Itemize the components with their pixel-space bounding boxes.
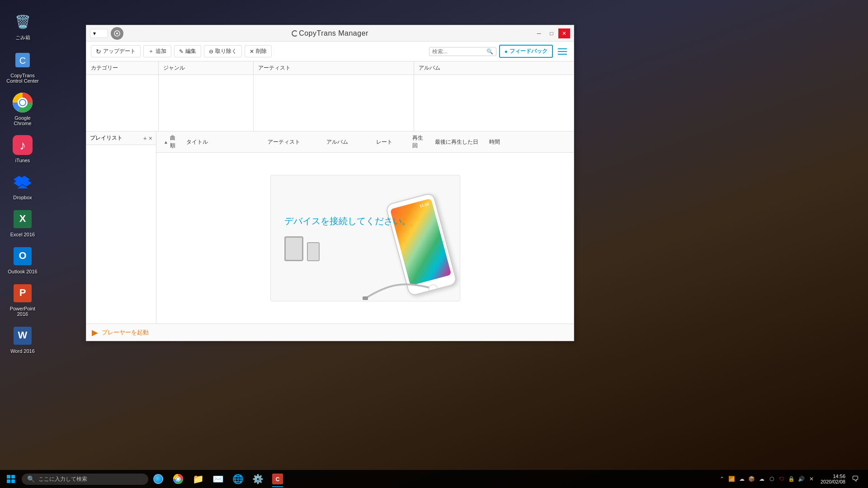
device-icons-row — [284, 236, 320, 261]
desktop-icons-panel: 🗑️ ごみ箱 C CopyTrans Control Center — [5, 9, 41, 356]
tray-volume-icon[interactable]: 🔊 — [797, 474, 806, 483]
powerpoint-icon: P — [12, 282, 33, 304]
minimize-button[interactable]: ─ — [533, 28, 545, 38]
genre-header: ジャンル — [159, 61, 253, 75]
notification-button[interactable]: 🗨 — [848, 472, 863, 486]
artist-header: アーティスト — [254, 61, 414, 75]
excel-icon: X — [12, 208, 33, 230]
feedback-button[interactable]: ● フィードバック — [499, 45, 553, 58]
chrome-label: Google Chrome — [6, 115, 39, 126]
powerpoint-label: PowerPoint 2016 — [6, 306, 39, 317]
edit-label: 編集 — [185, 47, 196, 55]
dropbox-icon — [12, 171, 33, 193]
clock-date: 2020/02/08 — [821, 479, 845, 484]
taskbar-app-mail[interactable]: ✉️ — [208, 470, 228, 488]
desktop-icon-powerpoint[interactable]: P PowerPoint 2016 — [5, 281, 41, 319]
taskbar-search-box[interactable]: 🔍 ここに入力して検索 — [22, 474, 148, 485]
edit-button[interactable]: ✎ 編集 — [174, 45, 201, 57]
search-icon: 🔍 — [486, 48, 493, 55]
desktop-icon-dropbox[interactable]: Dropbox — [5, 169, 41, 202]
album-col-header: アルバム — [323, 138, 373, 146]
connect-message: デバイスを接続してください。 — [284, 215, 411, 227]
menu-line1 — [558, 48, 567, 49]
tray-vpn-icon[interactable]: 🔒 — [787, 474, 796, 483]
title-col-header: タイトル — [183, 138, 264, 146]
desktop-icon-chrome[interactable]: Google Chrome — [5, 90, 41, 128]
browser-pane: カテゴリー ジャンル アーティスト アルバム — [86, 61, 574, 131]
playlist-actions: + × — [143, 135, 152, 141]
trash-label: ごみ箱 — [15, 34, 30, 41]
player-bar: ▶ プレーヤーを起動 — [86, 324, 574, 341]
copytrans-icon: C — [12, 49, 33, 71]
tray-cloud2-icon[interactable]: ☁ — [757, 474, 766, 483]
tray-clock[interactable]: 14:56 2020/02/08 — [819, 474, 847, 484]
window-controls: ─ □ ✕ — [533, 28, 570, 38]
collapse-icon: ▲ — [164, 140, 168, 145]
taskbar-tray: ⌃ 📶 ☁ 📦 ☁ ⬡ 🛡 🔒 🔊 ✕ 14:56 2020/02/08 🗨 — [717, 472, 866, 486]
taskbar-app-copytrans[interactable]: C — [268, 470, 288, 488]
mail-taskbar-icon: ✉️ — [212, 474, 224, 484]
remove-button[interactable]: ⊖ 取り除く — [204, 45, 242, 57]
last-played-col-label: 最後に再生した日 — [435, 138, 478, 146]
tray-antivirus-icon[interactable]: 🛡 — [777, 474, 786, 483]
copytrans-label: CopyTrans Control Center — [6, 73, 39, 84]
playlist-remove-button[interactable]: × — [149, 135, 152, 141]
cortana-icon — [153, 474, 163, 484]
desktop-icon-outlook[interactable]: O Outlook 2016 — [5, 244, 41, 276]
tray-network-icon[interactable]: 📶 — [727, 474, 736, 483]
desktop-icon-copytrans[interactable]: C CopyTrans Control Center — [5, 47, 41, 85]
maximize-button[interactable]: □ — [546, 28, 557, 38]
update-button[interactable]: ↻ アップデート — [91, 45, 141, 57]
device-dropdown[interactable]: ▾ — [90, 29, 108, 38]
playlist-panel: プレイリスト + × — [86, 131, 156, 324]
tray-arrow-icon[interactable]: ⌃ — [717, 474, 726, 483]
taskbar-app-settings[interactable]: ⚙️ — [248, 470, 268, 488]
dropbox-label: Dropbox — [13, 195, 32, 200]
word-label: Word 2016 — [10, 348, 35, 354]
cortana-button[interactable] — [150, 471, 166, 487]
search-box[interactable]: 🔍 — [429, 47, 496, 56]
settings-taskbar-icon: ⚙️ — [252, 474, 264, 484]
player-launch-label[interactable]: プレーヤーを起動 — [102, 328, 149, 337]
menu-button[interactable] — [556, 45, 569, 58]
outlook-label: Outlook 2016 — [8, 269, 37, 274]
pencil-icon: ✎ — [179, 48, 184, 55]
taskbar-app-explorer[interactable]: 📁 — [188, 470, 208, 488]
desktop-icon-itunes[interactable]: ♪ iTunes — [5, 132, 41, 165]
toolbar: ↻ アップデート ＋ 追加 ✎ 編集 ⊖ 取り除く ✕ 削除 🔍 — [86, 42, 574, 61]
close-button[interactable]: ✕ — [558, 28, 570, 38]
start-button[interactable] — [2, 470, 20, 488]
tray-close-icon[interactable]: ✕ — [807, 474, 816, 483]
tray-bluetooth-icon[interactable]: ⬡ — [767, 474, 776, 483]
tablet-icon — [284, 236, 303, 261]
add-button[interactable]: ＋ 追加 — [143, 45, 171, 57]
taskbar-search-icon: 🔍 — [27, 475, 35, 483]
itunes-label: iTunes — [15, 158, 30, 163]
svg-text:C: C — [276, 476, 280, 483]
svg-text:C: C — [19, 56, 26, 66]
taskbar-app-chrome[interactable] — [168, 470, 188, 488]
device-icon-button[interactable] — [111, 27, 123, 40]
trash-icon: 🗑️ — [12, 11, 33, 33]
tray-dropbox-icon[interactable]: 📦 — [747, 474, 756, 483]
delete-button[interactable]: ✕ 削除 — [245, 45, 272, 57]
itunes-icon: ♪ — [12, 134, 33, 156]
artist-col-label: アーティスト — [268, 138, 300, 146]
album-col-label: アルバム — [326, 138, 348, 146]
iphone-time: 11:16 — [419, 202, 429, 208]
notification-icon: 🗨 — [852, 475, 859, 483]
duration-col-header: 時間 — [486, 138, 513, 146]
desktop-icon-trash[interactable]: 🗑️ ごみ箱 — [5, 9, 41, 43]
connect-overlay: デバイスを接続してください。 11:16 — [156, 153, 574, 324]
search-input[interactable] — [432, 48, 486, 55]
playlist-add-button[interactable]: + — [143, 135, 147, 141]
desktop-icon-word[interactable]: W Word 2016 — [5, 323, 41, 356]
chevron-down-icon: ▾ — [93, 30, 96, 37]
track-list-area: ▲ 曲順 タイトル アーティスト アルバム レート — [156, 131, 574, 324]
svg-point-4 — [20, 100, 25, 105]
tray-cloud1-icon[interactable]: ☁ — [737, 474, 746, 483]
iphone-illustration: 11:16 — [360, 183, 451, 301]
taskbar-app-ie[interactable]: 🌐 — [228, 470, 248, 488]
desktop-icon-excel[interactable]: X Excel 2016 — [5, 206, 41, 239]
svg-point-21 — [177, 478, 179, 480]
